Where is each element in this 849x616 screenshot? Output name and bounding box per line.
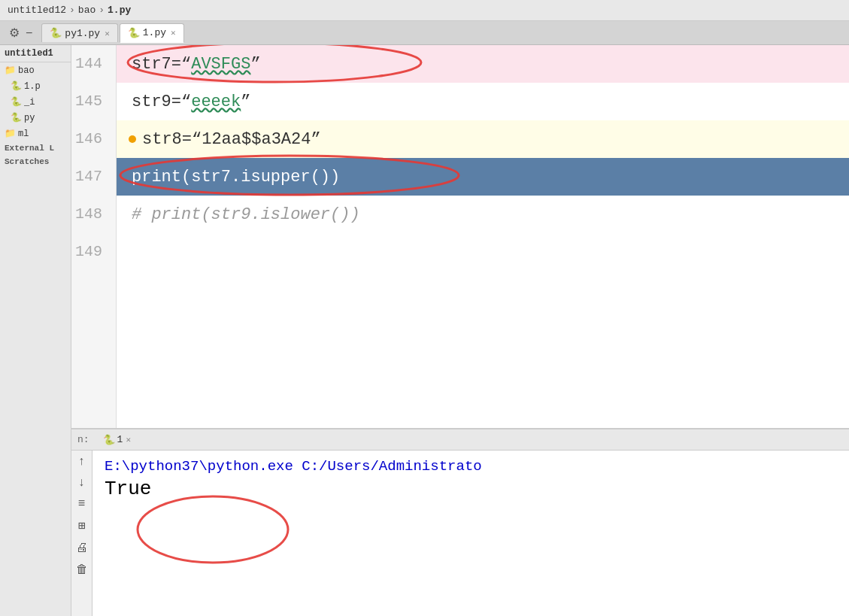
sidebar-label-ml: ml (18, 129, 29, 139)
tab-py1-label: py1.py (65, 28, 100, 39)
tab-1py[interactable]: 🐍 1.py ✕ (120, 23, 184, 43)
breadcrumb-bar: untitled12 › bao › 1.py (0, 0, 849, 21)
breadcrumb-arrow2: › (99, 5, 105, 16)
code-text-146: str8=“12aa$$a3A24” (142, 130, 321, 149)
sidebar-scratches-label: Scratches (0, 155, 71, 168)
breadcrumb-arrow1: › (69, 5, 75, 16)
code-line-148[interactable]: # print(str9.islower()) (117, 196, 849, 233)
icon-down[interactable]: ↓ (77, 475, 87, 491)
sidebar-item-py[interactable]: 🐍 py (0, 110, 71, 126)
icon-trash[interactable]: 🗑 (74, 561, 89, 578)
settings-button[interactable]: ⚙ (6, 26, 23, 40)
icon-print[interactable]: 🖨 (74, 539, 89, 557)
code-line-147[interactable]: print(str7.isupper()) (117, 158, 849, 196)
tab-1py-icon: 🐍 (128, 27, 140, 39)
bottom-sidebar: ↑ ↓ ≡ ⊞ 🖨 🗑 (71, 451, 92, 616)
sidebar-item-ml[interactable]: 📁 ml (0, 126, 71, 141)
editor-wrapper: 144 145 146 147 148 149 str7=“AVSFGS” (71, 45, 849, 616)
line-num-145: 145 (71, 83, 108, 120)
line-num-149: 149 (71, 233, 108, 271)
bottom-tab-icon: 🐍 (103, 434, 115, 446)
tab-py1-close[interactable]: ✕ (105, 29, 110, 38)
line-num-147: 147 (71, 158, 108, 196)
icon-lines[interactable]: ≡ (77, 496, 87, 512)
bottom-panel-label: n: (77, 434, 89, 445)
file-icon-init: 🐍 (11, 96, 22, 108)
tab-bar: ⚙ − 🐍 py1.py ✕ 🐍 1.py ✕ (0, 21, 849, 45)
terminal-result: True (105, 478, 837, 500)
bottom-content: ↑ ↓ ≡ ⊞ 🖨 🗑 E:\python37\python.exe C:/Us… (71, 451, 849, 616)
breakpoint-indicator (129, 135, 136, 143)
file-icon-py: 🐍 (11, 112, 22, 123)
minus-button[interactable]: − (23, 26, 35, 40)
sidebar-label-init: _i (24, 97, 35, 108)
sidebar-project-name: untitled1 (0, 45, 71, 62)
bottom-tab-close[interactable]: ✕ (126, 435, 131, 445)
bottom-panel: n: 🐍 1 ✕ ↑ ↓ ≡ ⊞ 🖨 🗑 (71, 428, 849, 616)
file-icon-1p: 🐍 (11, 80, 22, 92)
line-numbers: 144 145 146 147 148 149 (71, 45, 117, 428)
code-text-145: str9=“eeeek” (132, 93, 250, 111)
folder-icon-bao: 📁 (5, 65, 16, 76)
terminal-output: E:\python37\python.exe C:/Users/Administ… (92, 451, 849, 616)
sidebar-item-init[interactable]: 🐍 _i (0, 94, 71, 110)
breadcrumb-project: untitled12 (8, 5, 66, 16)
editor-content: 144 145 146 147 148 149 str7=“AVSFGS” (71, 45, 849, 428)
code-line-144[interactable]: str7=“AVSFGS” (117, 45, 849, 83)
code-area[interactable]: str7=“AVSFGS” str9=“eeeek” str8=“12aa$$a… (117, 45, 849, 428)
icon-grid-add[interactable]: ⊞ (77, 517, 87, 535)
bottom-tab-bar: n: 🐍 1 ✕ (71, 429, 849, 451)
code-line-146[interactable]: str8=“12aa$$a3A24” (117, 120, 849, 158)
tab-py1[interactable]: 🐍 py1.py ✕ (41, 23, 117, 42)
line-num-148: 148 (71, 196, 108, 233)
sidebar-label-1p: 1.p (24, 81, 41, 92)
sidebar-label-bao: bao (18, 65, 35, 76)
sidebar-item-bao[interactable]: 📁 bao (0, 62, 71, 78)
code-text-144: str7=“AVSFGS” (132, 55, 261, 74)
terminal-command: E:\python37\python.exe C:/Users/Administ… (105, 458, 837, 475)
code-line-149[interactable] (117, 233, 849, 271)
terminal-output-wrapper: E:\python37\python.exe C:/Users/Administ… (92, 451, 849, 616)
main-layout: untitled1 📁 bao 🐍 1.p 🐍 _i 🐍 py 📁 ml Ext… (0, 45, 849, 616)
tab-py1-icon: 🐍 (50, 27, 62, 39)
code-text-147: print(str7.isupper()) (132, 168, 340, 187)
bottom-tab-label: 1 (117, 434, 123, 445)
sidebar-item-1p[interactable]: 🐍 1.p (0, 78, 71, 94)
sidebar-label-py: py (24, 113, 35, 123)
code-text-148: # print(str9.islower()) (132, 205, 360, 224)
line-num-144: 144 (71, 45, 108, 83)
tab-1py-close[interactable]: ✕ (171, 28, 176, 38)
breadcrumb-file: 1.py (108, 5, 131, 16)
sidebar-external-label: External L (0, 141, 71, 155)
breadcrumb-folder[interactable]: bao (78, 5, 96, 16)
sidebar: untitled1 📁 bao 🐍 1.p 🐍 _i 🐍 py 📁 ml Ext… (0, 45, 71, 616)
bottom-tab-1[interactable]: 🐍 1 ✕ (97, 432, 137, 448)
icon-up[interactable]: ↑ (77, 454, 87, 470)
folder-icon-ml: 📁 (5, 128, 16, 139)
line-num-146: 146 (71, 120, 108, 158)
tab-1py-label: 1.py (143, 27, 166, 38)
code-line-145[interactable]: str9=“eeeek” (117, 83, 849, 120)
